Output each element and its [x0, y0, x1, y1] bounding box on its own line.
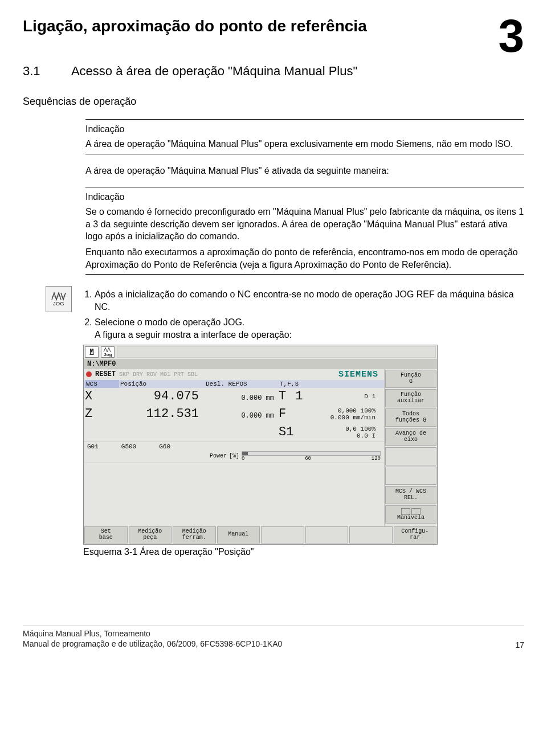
softkey-set-base[interactable]: Setbase	[84, 526, 128, 543]
steps-list: Após a inicialização do comando o NC enc…	[83, 288, 524, 341]
softkey-aux-function[interactable]: Funçãoauxiliar	[385, 389, 436, 407]
siemens-logo: SIEMENS	[338, 370, 378, 379]
jog-icon: JOG	[46, 286, 72, 312]
softkey-handwheel[interactable]: Manivela	[385, 505, 436, 524]
tool-row: T 1 D 1	[279, 389, 375, 403]
note-label: Indicação	[85, 192, 524, 202]
col-position: Posição	[119, 380, 205, 388]
softkey-empty	[305, 526, 349, 543]
footer-docref: Manual de programação e de utilização, 0…	[23, 639, 282, 648]
paragraph: A área de operação "Máquina Manual Plus"…	[85, 165, 524, 177]
feed-row: F 0,000 100% 0.000 mm/min	[279, 407, 375, 421]
softkey-manual[interactable]: Manual	[217, 526, 260, 543]
axis-x-label: X	[85, 389, 119, 403]
note-block-2: Indicação Se o comando é fornecido preco…	[85, 187, 524, 275]
softkey-mcs-wcs[interactable]: MCS / WCSREL.	[385, 486, 436, 504]
g-code-line: G01 G500 G60	[84, 442, 384, 451]
axis-x-repos: 0.000 mm	[205, 391, 279, 402]
section-number: 3.1	[23, 64, 68, 79]
chapter-title: Ligação, aproximação do ponto de referên…	[23, 17, 524, 35]
note-label: Indicação	[85, 124, 524, 134]
list-item: Selecione o modo de operação JOG. A figu…	[95, 316, 524, 341]
figure-caption: Esquema 3-1 Área de operação "Posição"	[83, 547, 524, 557]
axis-z-repos: 0.000 mm	[205, 408, 279, 420]
col-tfs: T,F,S	[279, 380, 375, 388]
softkey-empty	[385, 467, 436, 485]
softkey-all-g-functions[interactable]: Todosfunções G	[385, 408, 436, 427]
power-bar: Power [%] 060120	[206, 451, 384, 463]
reset-label: RESET	[95, 370, 116, 378]
chapter-number: 3	[498, 17, 524, 55]
col-desl: Desl. REPOS	[205, 380, 279, 388]
page-number: 17	[515, 640, 524, 649]
note-body: Se o comando é fornecido preconfigurado …	[85, 206, 524, 243]
softkey-empty	[349, 526, 393, 543]
section-heading: 3.1 Acesso à área de operação "Máquina M…	[23, 64, 524, 79]
softkey-axis-feed[interactable]: Avanço deeixo	[385, 428, 436, 446]
note-block-1: Indicação A área de operação "Máquina Ma…	[85, 119, 524, 154]
jog-icon-label: JOG	[53, 301, 64, 307]
col-wcs: WCS	[85, 380, 119, 388]
softkey-configure[interactable]: Configu-rar	[394, 526, 437, 543]
axis-x-position: 94.075	[119, 389, 205, 403]
hmi-screenshot: M Jog N:\MPF0 RESET SKP	[83, 345, 524, 545]
reset-indicator-icon	[86, 371, 92, 377]
jog-mode-icon: Jog	[101, 346, 115, 358]
sequence-label: Sequências de operação	[23, 96, 524, 108]
axis-z-position: 112.531	[119, 407, 205, 421]
softkey-empty	[385, 447, 436, 465]
softkey-measure-part[interactable]: Mediçãopeça	[129, 526, 172, 543]
softkey-empty	[261, 526, 304, 543]
program-name: N:\MPF0	[84, 359, 437, 369]
machine-icon: M	[85, 346, 99, 358]
list-item: Após a inicialização do comando o NC enc…	[95, 288, 524, 313]
page-footer: Máquina Manual Plus, Torneamento Manual …	[23, 626, 524, 650]
note-body: A área de operação "Máquina Manual Plus"…	[85, 138, 524, 150]
softkey-g-function[interactable]: FunçãoG	[385, 370, 436, 388]
footer-product: Máquina Manual Plus, Torneamento	[23, 629, 150, 638]
spindle-row: S1 0,0 100% 0.0 I	[279, 425, 375, 439]
note-body: Enquanto não executarmos a aproximação d…	[85, 246, 524, 271]
axis-z-label: Z	[85, 407, 119, 421]
status-tokens: SKP DRY ROV M01 PRT SBL	[119, 371, 198, 378]
message-area	[117, 346, 436, 358]
section-title: Acesso à área de operação "Máquina Manua…	[71, 64, 357, 78]
softkey-measure-tool[interactable]: Mediçãoferram.	[173, 526, 216, 543]
